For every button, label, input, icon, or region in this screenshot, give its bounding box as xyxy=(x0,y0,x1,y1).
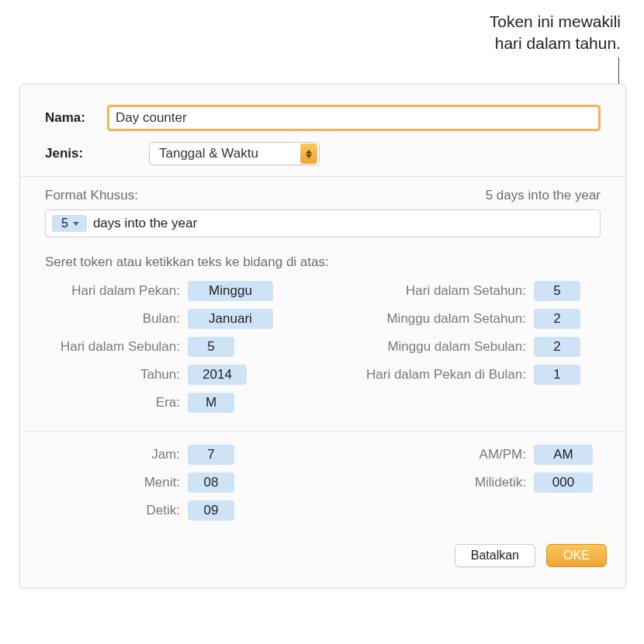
token-label-era: Era: xyxy=(45,395,188,410)
token-minute[interactable]: 08 xyxy=(188,473,234,493)
token-label-second: Detik: xyxy=(45,503,188,518)
type-select[interactable]: Tanggal & Waktu xyxy=(149,142,320,165)
custom-format-dialog: Nama: Jenis: Tanggal & Waktu Format Khus… xyxy=(19,84,626,588)
header-section: Nama: Jenis: Tanggal & Waktu xyxy=(20,85,625,176)
token-label-ms: Milidetik: xyxy=(338,475,534,490)
chevron-down-icon xyxy=(73,222,79,226)
name-label: Nama: xyxy=(45,110,107,126)
token-label-wom: Minggu dalam Sebulan: xyxy=(338,339,534,355)
token-ms[interactable]: 000 xyxy=(534,473,593,493)
token-hour[interactable]: 7 xyxy=(188,445,234,465)
token-wom[interactable]: 2 xyxy=(534,337,580,357)
token-ampm[interactable]: AM xyxy=(534,445,593,465)
cancel-button[interactable]: Batalkan xyxy=(455,544,535,567)
token-doy[interactable]: 5 xyxy=(534,281,580,301)
stepper-icon xyxy=(300,144,317,164)
format-preview: 5 days into the year xyxy=(486,188,601,203)
token-label-minute: Menit: xyxy=(45,475,188,490)
token-label-dpb: Hari dalam Pekan di Bulan: xyxy=(338,367,534,383)
token-label-year: Tahun: xyxy=(45,367,188,383)
time-section: Jam:7Menit:08Detik:09 AM/PM:AMMilidetik:… xyxy=(20,431,625,536)
token-label-hour: Jam: xyxy=(45,447,188,462)
token-woy[interactable]: 2 xyxy=(534,309,580,329)
token-year[interactable]: 2014 xyxy=(188,365,247,385)
callout-text: Token ini mewakili hari dalam tahun. xyxy=(490,11,621,55)
token-label-dow: Hari dalam Pekan: xyxy=(45,283,188,299)
format-token-doy[interactable]: 5 xyxy=(52,215,87,232)
type-select-value: Tanggal & Waktu xyxy=(159,146,299,161)
drag-hint: Seret token atau ketikkan teks ke bidang… xyxy=(45,254,601,270)
format-tail-text: days into the year xyxy=(93,216,197,231)
name-input[interactable] xyxy=(107,105,601,131)
token-era[interactable]: M xyxy=(188,393,234,413)
format-label: Format Khusus: xyxy=(45,188,138,203)
token-dow[interactable]: Minggu xyxy=(188,281,273,301)
ok-button[interactable]: OKE xyxy=(546,544,607,567)
token-label-doy: Hari dalam Setahun: xyxy=(338,283,534,299)
token-label-dom: Hari dalam Sebulan: xyxy=(45,339,188,355)
token-second[interactable]: 09 xyxy=(188,500,234,521)
type-label: Jenis: xyxy=(45,146,107,161)
token-dom[interactable]: 5 xyxy=(188,337,234,357)
button-row: Batalkan OKE xyxy=(20,536,625,587)
token-label-ampm: AM/PM: xyxy=(338,447,534,462)
token-label-month: Bulan: xyxy=(45,311,188,327)
format-input[interactable]: 5 days into the year xyxy=(45,209,601,237)
token-label-woy: Minggu dalam Setahun: xyxy=(338,311,534,327)
token-dpb[interactable]: 1 xyxy=(534,365,580,385)
token-month[interactable]: Januari xyxy=(188,309,273,329)
format-section: Format Khusus: 5 days into the year 5 da… xyxy=(20,176,625,431)
